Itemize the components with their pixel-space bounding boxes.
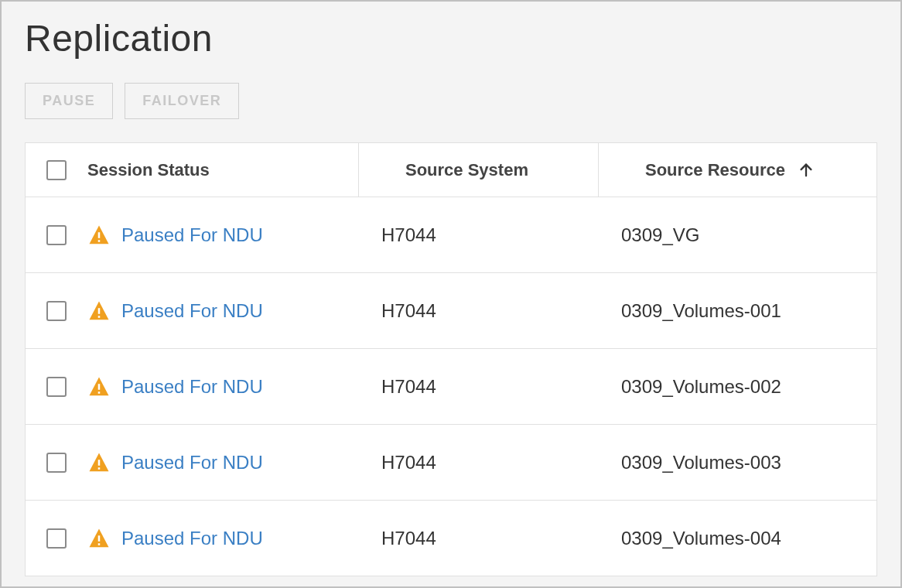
session-status-link[interactable]: Paused For NDU — [121, 528, 263, 549]
warning-icon — [87, 451, 111, 474]
warning-icon — [87, 299, 111, 323]
session-status-link[interactable]: Paused For NDU — [121, 452, 263, 473]
source-system-cell: H7044 — [381, 452, 436, 473]
row-checkbox[interactable] — [46, 301, 67, 321]
page-title: Replication — [25, 17, 877, 60]
svg-rect-3 — [98, 308, 101, 314]
source-resource-cell: 0309_VG — [621, 224, 699, 246]
svg-rect-10 — [98, 543, 101, 545]
source-system-cell: H7044 — [381, 300, 436, 322]
svg-rect-5 — [98, 384, 101, 390]
svg-rect-1 — [98, 232, 101, 238]
select-all-checkbox[interactable] — [46, 160, 67, 180]
svg-rect-9 — [98, 535, 101, 542]
source-system-cell: H7044 — [381, 376, 436, 398]
toolbar: PAUSE FAILOVER — [25, 83, 877, 119]
source-resource-cell: 0309_Volumes-001 — [621, 300, 781, 322]
table-row: Paused For NDU H7044 0309_Volumes-004 — [26, 501, 876, 576]
table-header: Session Status Source System Source Reso… — [26, 143, 876, 197]
replication-table: Session Status Source System Source Reso… — [25, 142, 877, 576]
svg-rect-2 — [98, 240, 101, 242]
failover-button[interactable]: FAILOVER — [125, 83, 239, 119]
source-system-cell: H7044 — [381, 224, 436, 246]
source-resource-cell: 0309_Volumes-003 — [621, 452, 781, 473]
svg-rect-4 — [98, 316, 101, 318]
row-checkbox[interactable] — [46, 377, 67, 397]
source-system-cell: H7044 — [381, 528, 436, 549]
svg-rect-8 — [98, 467, 101, 470]
warning-icon — [87, 224, 111, 247]
table-row: Paused For NDU H7044 0309_Volumes-002 — [26, 349, 876, 425]
table-row: Paused For NDU H7044 0309_Volumes-001 — [26, 273, 876, 349]
svg-rect-7 — [98, 460, 101, 466]
source-resource-cell: 0309_Volumes-002 — [621, 376, 781, 398]
pause-button[interactable]: PAUSE — [25, 83, 113, 119]
session-status-link[interactable]: Paused For NDU — [121, 376, 263, 398]
warning-icon — [87, 527, 111, 550]
header-session-status[interactable]: Session Status — [87, 160, 210, 180]
sort-ascending-icon[interactable] — [798, 162, 815, 179]
source-resource-cell: 0309_Volumes-004 — [621, 528, 781, 549]
table-row: Paused For NDU H7044 0309_VG — [26, 197, 876, 273]
session-status-link[interactable]: Paused For NDU — [121, 300, 263, 322]
table-row: Paused For NDU H7044 0309_Volumes-003 — [26, 425, 876, 501]
row-checkbox[interactable] — [46, 225, 67, 245]
row-checkbox[interactable] — [46, 528, 67, 549]
svg-rect-6 — [98, 391, 101, 394]
header-source-system[interactable]: Source System — [405, 160, 528, 180]
session-status-link[interactable]: Paused For NDU — [121, 224, 263, 246]
row-checkbox[interactable] — [46, 453, 67, 473]
header-source-resource[interactable]: Source Resource — [645, 160, 785, 180]
warning-icon — [87, 375, 111, 398]
